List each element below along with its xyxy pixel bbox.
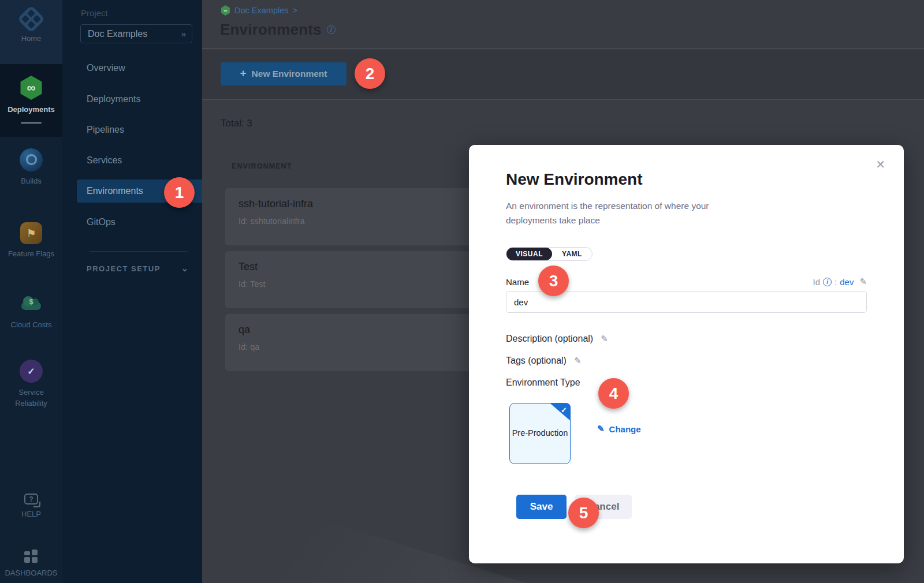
selected-corner (550, 403, 571, 421)
nav-item-services[interactable]: Services (62, 149, 202, 172)
sidebar-item-label: Cloud Costs (11, 320, 52, 331)
dashboards-icon (24, 550, 38, 563)
annotation-badge-2: 2 (355, 58, 385, 89)
double-chevron-icon: » (181, 29, 185, 39)
annotation-badge-4: 4 (598, 378, 629, 409)
close-icon[interactable]: ✕ (875, 159, 885, 170)
toolbar: + New Environment (202, 50, 924, 100)
builds-icon (20, 148, 43, 171)
change-pencil-icon: ✎ (597, 424, 605, 434)
sidebar-item-label: Feature Flags (8, 249, 54, 260)
id-info-icon[interactable]: i (823, 278, 832, 286)
annotation-badge-5: 5 (568, 498, 599, 528)
sidebar-item-feature-flags[interactable]: ⚑ Feature Flags (0, 222, 62, 260)
sidebar-item-label: Deployments (8, 104, 55, 115)
annotation-badge-1: 1 (164, 177, 195, 208)
new-environment-button[interactable]: + New Environment (221, 62, 346, 85)
sidebar-item-label: Home (21, 33, 42, 44)
home-icon (17, 5, 45, 33)
sidebar-item-service-reliability[interactable]: ✓ Service Reliability (0, 360, 62, 409)
edit-id-pencil-icon[interactable]: ✎ (859, 276, 867, 287)
id-label: Id (813, 277, 821, 287)
nav-item-gitops[interactable]: GitOps (62, 211, 202, 234)
info-icon[interactable]: i (327, 25, 336, 34)
annotation-badge-3: 3 (538, 266, 569, 296)
cloud-costs-icon: $ (20, 292, 43, 315)
service-reliability-icon: ✓ (20, 360, 43, 383)
id-separator: : (834, 277, 837, 287)
sidebar-item-label: DASHBOARDS (5, 568, 57, 579)
breadcrumb[interactable]: ∞ Doc Examples > (221, 5, 297, 16)
page-title: Environments (220, 21, 322, 39)
change-environment-type-link[interactable]: ✎ Change (597, 424, 641, 434)
sidebar-item-builds[interactable]: Builds (0, 148, 62, 187)
project-setup-toggle[interactable]: PROJECT SETUP ⌄ (87, 263, 188, 274)
plus-icon: + (240, 67, 246, 80)
nav-item-deployments[interactable]: Deployments (62, 88, 202, 111)
environment-type-value: Pre-Production (512, 427, 568, 440)
total-count: Total: 3 (221, 118, 252, 129)
deployments-icon: ∞ (19, 76, 43, 100)
modal-title: New Environment (506, 170, 867, 189)
sidebar-item-label: Service Reliability (8, 387, 54, 409)
project-hexagon-icon: ∞ (221, 5, 230, 16)
nav-item-pipelines[interactable]: Pipelines (62, 118, 202, 141)
module-sidebar: Home ∞ Deployments Builds ⚑ Feature Flag… (0, 0, 62, 583)
tags-label: Tags (optional) (506, 356, 567, 366)
page-header: ∞ Doc Examples > Environments i (202, 0, 924, 49)
active-module-underline (21, 122, 42, 124)
sidebar-item-deployments[interactable]: ∞ Deployments (0, 76, 62, 124)
tab-yaml[interactable]: YAML (552, 248, 592, 260)
edit-tags-pencil-icon[interactable]: ✎ (574, 356, 582, 366)
help-icon: ? (24, 494, 38, 504)
modal-subtitle: An environment is the representation of … (506, 199, 760, 227)
chevron-right-icon: > (292, 6, 297, 15)
sidebar-item-dashboards[interactable]: DASHBOARDS (0, 550, 62, 579)
check-icon: ✓ (561, 405, 567, 416)
project-selector[interactable]: Doc Examples » (80, 24, 192, 43)
sidebar-item-help[interactable]: ? HELP (0, 494, 62, 520)
id-display: Id i : dev ✎ (813, 276, 867, 287)
chevron-down-icon: ⌄ (181, 263, 188, 274)
feature-flags-icon: ⚑ (20, 222, 42, 244)
name-label: Name (506, 277, 529, 287)
nav-item-overview[interactable]: Overview (62, 57, 202, 80)
environment-type-card-preproduction[interactable]: Pre-Production ✓ (509, 403, 571, 464)
save-button[interactable]: Save (516, 495, 567, 519)
edit-description-pencil-icon[interactable]: ✎ (601, 334, 608, 344)
column-header-environment: ENVIRONMENT (232, 162, 292, 170)
sidebar-divider (90, 251, 188, 252)
sidebar-item-label: Builds (21, 176, 41, 187)
app-root: Home ∞ Deployments Builds ⚑ Feature Flag… (0, 0, 924, 583)
breadcrumb-link[interactable]: Doc Examples (234, 6, 288, 15)
project-name: Doc Examples (88, 29, 181, 39)
new-environment-modal: ✕ New Environment An environment is the … (469, 145, 904, 563)
sidebar-item-cloud-costs[interactable]: $ Cloud Costs (0, 292, 62, 331)
project-setup-label: PROJECT SETUP (87, 264, 161, 273)
project-sidebar: Project Doc Examples » Overview Deployme… (62, 0, 202, 583)
id-value: dev (840, 277, 854, 287)
tab-visual[interactable]: VISUAL (506, 248, 552, 260)
environment-type-label: Environment Type (506, 378, 580, 388)
sidebar-item-label: HELP (21, 509, 41, 520)
editor-mode-toggle: VISUAL YAML (506, 247, 593, 261)
project-label: Project (81, 8, 108, 18)
description-label: Description (optional) (506, 334, 593, 344)
sidebar-item-home[interactable]: Home (0, 9, 62, 44)
